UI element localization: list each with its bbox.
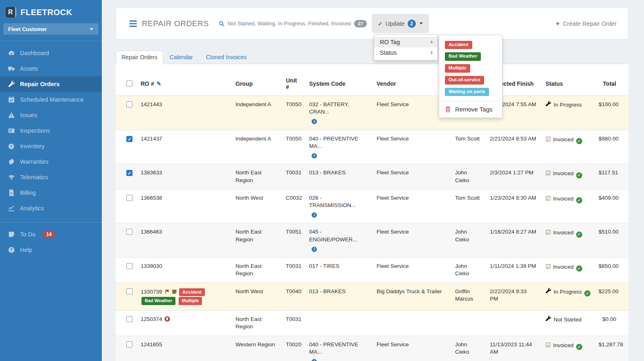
group-cell: North East Region — [229, 164, 279, 189]
page-header: REPAIR ORDERS Not Started, Waiting, In P… — [116, 7, 628, 40]
ro-tag-accident[interactable]: Accident — [179, 288, 204, 296]
info-icon[interactable]: i — [312, 153, 317, 158]
customer-selector[interactable]: Fleet Customer — [3, 23, 99, 35]
column-header-vendor: Vendor — [370, 72, 449, 96]
sidebar-item-analytics[interactable]: Analytics — [0, 201, 102, 216]
ro-number[interactable]: 1366463 — [141, 229, 162, 235]
sidebar-item-to-do[interactable]: To Do14 — [0, 227, 102, 242]
sidebar-item-label: Help — [20, 247, 32, 253]
update-button[interactable]: ✓ Update 2 — [372, 14, 429, 33]
info-icon[interactable]: i — [312, 247, 317, 252]
ro-number[interactable]: 1366538 — [141, 195, 162, 201]
tag-option-waiting-on-parts[interactable]: Waiting on parts — [445, 88, 489, 96]
ro-number[interactable]: 1339030 — [141, 263, 162, 269]
dropdown-item-status[interactable]: Status — [374, 47, 438, 58]
sidebar-item-assets[interactable]: Assets — [0, 61, 102, 76]
verified-check-icon: ✓ — [576, 197, 582, 203]
brand-logo[interactable]: R FLEETROCK — [0, 0, 102, 21]
column-header-label: Vendor — [377, 80, 396, 87]
tag-option-multiple[interactable]: Multiple — [445, 64, 470, 73]
dropdown-item-ro-tag[interactable]: RO Tag — [374, 37, 438, 47]
sidebar: R FLEETROCK Fleet Customer DashboardAsse… — [0, 0, 102, 361]
sidebar-item-telematics[interactable]: Telematics — [0, 169, 102, 185]
sidebar-item-repair-orders[interactable]: Repair Orders — [0, 76, 102, 92]
row-checkbox[interactable] — [126, 263, 132, 269]
info-icon[interactable]: i — [312, 119, 317, 124]
row-checkbox[interactable] — [126, 341, 132, 348]
sidebar-item-warranties[interactable]: Warranties — [0, 154, 102, 169]
system-code-cell: 040 - PREVENTIVE MA...i — [303, 336, 370, 361]
system-code-info-line: i — [312, 245, 368, 252]
repair-orders-table: RO #✎GroupUnit #System CodeVendorExpecte… — [116, 72, 628, 361]
tag-option-row: Waiting on parts — [439, 86, 502, 98]
info-icon[interactable]: i — [312, 212, 317, 218]
main-area: REPAIR ORDERS Not Started, Waiting, In P… — [102, 0, 644, 361]
ro-number[interactable]: 1421437 — [141, 136, 162, 142]
tag-option-accident[interactable]: Accident — [445, 41, 472, 49]
row-checkbox[interactable] — [126, 195, 132, 201]
select-all-checkbox[interactable] — [126, 80, 132, 87]
unit-cell: T0031 — [279, 311, 303, 336]
row-checkbox[interactable]: ✓ — [126, 136, 132, 142]
sidebar-item-label: Repair Orders — [20, 81, 60, 87]
wrench-icon — [8, 81, 15, 87]
sidebar-item-help[interactable]: Help — [0, 242, 102, 258]
dropdown-item-label: Status — [380, 49, 397, 56]
sidebar-item-dashboard[interactable]: Dashboard — [0, 45, 102, 61]
status-filter[interactable]: Not Started, Waiting, In Progress, Finis… — [219, 20, 367, 27]
ro-number[interactable]: 1241655 — [141, 341, 162, 348]
tag-option-bad-weather[interactable]: Bad Weather — [445, 52, 481, 61]
status-cell: Not Started — [539, 311, 592, 336]
create-repair-order-label: Create Repair Order — [563, 20, 617, 27]
row-checkbox[interactable] — [126, 316, 132, 322]
ro-number[interactable]: 1330739 — [141, 289, 162, 295]
sidebar-item-inventory[interactable]: Inventory — [0, 138, 102, 154]
inspection-list-icon — [8, 127, 15, 134]
tab-repair-orders[interactable]: Repair Orders — [116, 51, 163, 64]
row-checkbox[interactable] — [126, 229, 132, 235]
system-code-text: 017 - TIRES — [309, 263, 368, 270]
row-checkbox[interactable] — [126, 288, 132, 294]
tab-cloned-invoices[interactable]: Cloned Invoices — [200, 51, 254, 64]
create-repair-order-button[interactable]: + Create Repair Order — [556, 20, 617, 27]
page-title: REPAIR ORDERS — [142, 19, 209, 28]
sidebar-item-billing[interactable]: Billing — [0, 185, 102, 201]
system-code-info-line: i — [312, 357, 368, 361]
table-row: 1366538North WestC0032026 - TRANSMISSION… — [116, 189, 628, 223]
tab-calendar[interactable]: Calendar — [163, 51, 200, 64]
row-checkbox[interactable] — [126, 101, 132, 107]
edit-pencil-icon[interactable]: ✎ — [157, 80, 162, 87]
ro-tag-bad-weather[interactable]: Bad Weather — [141, 297, 175, 305]
ro-number[interactable]: 1421443 — [141, 101, 162, 107]
ro-number-cell: 1339030 — [134, 258, 229, 283]
sidebar-item-label: Assets — [20, 65, 38, 72]
system-code-cell: 040 - PREVENTIVE MA...i — [303, 130, 370, 164]
tag-option-out-of-service[interactable]: Out-of-service — [445, 76, 484, 85]
app-root: R FLEETROCK Fleet Customer DashboardAsse… — [0, 0, 644, 361]
info-icon[interactable]: i — [312, 359, 317, 361]
sidebar-item-inspections[interactable]: Inspections — [0, 123, 102, 138]
ro-number[interactable]: 1250374 — [141, 316, 162, 322]
row-select-cell: ✓ — [116, 130, 134, 164]
invoiced-checkbox-icon: ☑ — [545, 263, 551, 270]
sidebar-item-label: Billing — [20, 189, 36, 196]
status-label: Invoiced — [553, 264, 573, 270]
sidebar-item-scheduled-maintenance[interactable]: Scheduled Maintenance — [0, 92, 102, 107]
row-checkbox[interactable]: ✓ — [126, 170, 132, 176]
group-cell: North West — [229, 189, 279, 223]
system-code-cell: 017 - TIRES — [303, 258, 370, 283]
vendor-cell: Fleet Service — [370, 258, 449, 283]
tag-option-row: Multiple — [439, 62, 502, 74]
ro-number[interactable]: 1383633 — [141, 169, 162, 176]
column-header-ro: RO #✎ — [134, 72, 229, 96]
status-label: In Progress — [554, 102, 582, 108]
technician-cell: John Cieko — [449, 258, 483, 283]
wrench-status-icon — [545, 316, 551, 321]
column-header-label: Group — [236, 80, 253, 87]
ro-tag-multiple[interactable]: Multiple — [179, 297, 202, 305]
menu-toggle-icon[interactable] — [129, 20, 137, 27]
sidebar-item-issues[interactable]: Issues — [0, 107, 102, 123]
status-filter-text: Not Started, Waiting, In Progress, Finis… — [228, 20, 351, 27]
status-label: Invoiced — [553, 342, 573, 348]
remove-tags-item[interactable]: Remove Tags — [439, 103, 502, 116]
